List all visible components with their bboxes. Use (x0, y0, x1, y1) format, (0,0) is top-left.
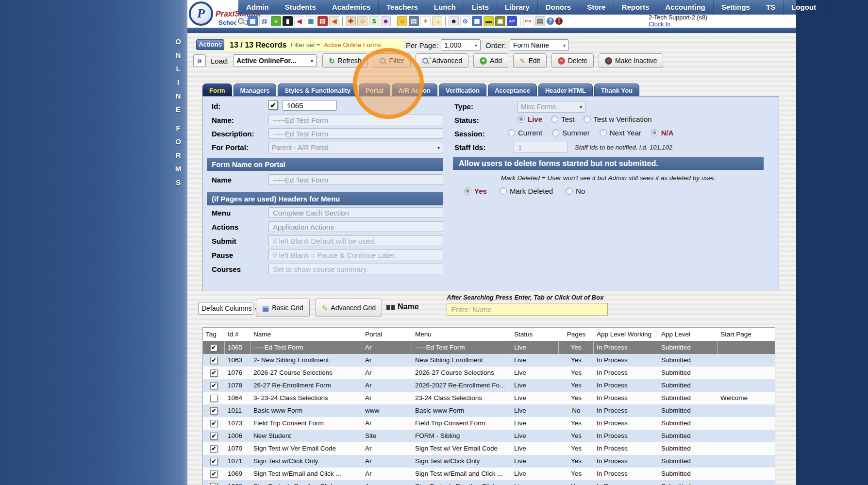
delete-radio-yes[interactable] (464, 187, 471, 195)
table-row-1011[interactable]: ✔1011Basic www FormwwwBasic www FormLive… (203, 404, 775, 417)
column-header-pages[interactable]: Pages (559, 328, 594, 341)
refresh-button[interactable]: ↻Refresh (322, 53, 368, 68)
tag-checkbox[interactable]: ✔ (210, 433, 217, 440)
field-courses-input[interactable]: Set to show course summary. (268, 264, 443, 274)
schedule-icon[interactable]: ▤ (317, 16, 328, 26)
column-header-app-level-working[interactable]: App Level Working (594, 328, 658, 341)
portal-name-input[interactable]: -----Ed Test Form (268, 174, 443, 185)
type-select[interactable]: Misc Forms▾ (517, 101, 585, 113)
actions-button[interactable]: Actions (196, 39, 224, 50)
calendar-icon[interactable]: ▦ (306, 16, 316, 26)
column-header-id[interactable]: Id # (225, 328, 250, 341)
filter-button[interactable]: Filter (373, 53, 411, 68)
name-input[interactable]: -----Ed Test Form (268, 115, 443, 125)
tag-checkbox[interactable]: ✔ (210, 407, 217, 415)
tag-checkbox[interactable]: ✔ (210, 458, 217, 465)
nav-item-admin[interactable]: Admin (238, 0, 277, 15)
praxischool-logo[interactable]: P (189, 1, 213, 26)
advanced-grid-button[interactable]: ✎ Advanced Grid (316, 299, 382, 317)
session-radio-current[interactable] (508, 129, 515, 136)
column-header-status[interactable]: Status (511, 328, 559, 341)
tab-header-html[interactable]: Header HTML (538, 84, 593, 97)
tab-verification[interactable]: Verification (439, 84, 486, 97)
mobile-icon[interactable]: ▮ (283, 16, 293, 26)
nav-item-store[interactable]: Store (579, 0, 614, 15)
nav-item-accounting[interactable]: Accounting (657, 0, 714, 15)
load-filter-select[interactable]: Active OnlineFor...▾ (233, 54, 317, 67)
ap-icon[interactable]: A/P (507, 16, 517, 26)
nav-item-academics[interactable]: Academics (324, 0, 379, 15)
credit-card-icon[interactable]: ▬ (484, 16, 494, 26)
tag-checkbox[interactable] (210, 395, 217, 402)
expand-panel-button[interactable]: » (193, 54, 206, 67)
table-row-1064[interactable]: 10643- 23-24 Class SelectionsAr23-24 Cla… (203, 392, 775, 404)
nav-item-donors[interactable]: Donors (538, 0, 580, 15)
table-row-1071[interactable]: ✔1071Sign Test w/Click OnlyArSign Test w… (203, 455, 775, 468)
for-portal-select[interactable]: Parent - A/R Portal▾ (268, 142, 443, 153)
description-input[interactable]: -----Ed Test Form (268, 128, 443, 139)
tab-acceptance[interactable]: Acceptance (488, 84, 537, 97)
tag-checkbox[interactable]: ✔ (210, 445, 217, 452)
sms-icon[interactable]: + (271, 16, 281, 26)
column-header-portal[interactable]: Portal (362, 328, 412, 341)
table-row-1076[interactable]: ✔10762026-27 Course SelectionsAr2026-27 … (203, 367, 775, 379)
status-radio-live[interactable] (517, 116, 525, 123)
table-row-1078[interactable]: ✔107826-27 Re-Enrollment FormAr2026-2027… (203, 379, 775, 392)
make-inactive-button[interactable]: Make Inactive (599, 53, 663, 68)
tab-managers[interactable]: Managers (234, 84, 277, 97)
field-pause-input[interactable]: If left Blank = Pause & Continue Later. (268, 250, 443, 260)
advanced-button[interactable]: +Advanced (416, 53, 468, 68)
tab-a-r-action[interactable]: A/R Action (392, 84, 437, 97)
session-radio-summer[interactable] (552, 129, 559, 136)
tab-styles-functionality[interactable]: Styles & Functionality (278, 84, 357, 97)
add-button[interactable]: +Add (473, 53, 508, 68)
nav-item-lunch[interactable]: Lunch (426, 0, 464, 15)
id-input[interactable] (283, 100, 337, 111)
session-radio-n-a[interactable] (651, 129, 658, 136)
order-select[interactable]: Form Name▾ (510, 39, 569, 51)
nav-item-reports[interactable]: Reports (614, 0, 658, 15)
modules-icon[interactable]: ▦ (248, 16, 258, 26)
nav-item-logout[interactable]: Logout (784, 0, 824, 15)
edit-button[interactable]: ✎Edit (513, 53, 547, 68)
health-icon[interactable]: ✚ (346, 16, 356, 26)
messages-out-icon[interactable]: → (432, 16, 442, 26)
pdf-icon[interactable]: PDF (523, 16, 534, 26)
name-search-input[interactable] (447, 303, 608, 316)
column-header-start-page[interactable]: Start Page (718, 328, 776, 341)
help-icon[interactable]: ? (547, 17, 554, 25)
tab-thank-you[interactable]: Thank You (594, 84, 639, 97)
payments-icon[interactable]: $ (369, 16, 379, 26)
tag-checkbox[interactable]: ✔ (210, 369, 217, 377)
status-radio-test-w-verification[interactable] (584, 116, 591, 123)
tab-form[interactable]: Form (202, 84, 232, 97)
basic-grid-button[interactable]: ▦ Basic Grid (256, 299, 310, 317)
print-icon[interactable]: ▤ (535, 16, 545, 26)
column-header-tag[interactable]: Tag (203, 328, 225, 341)
admin-user-icon[interactable]: ☻ (449, 16, 459, 26)
tag-checkbox[interactable]: ✔ (210, 470, 217, 478)
per-page-select[interactable]: 1,000▾ (441, 39, 481, 51)
table-row-1063[interactable]: ✔10632- New Sibling EnrollmentArNew Sibl… (203, 354, 775, 367)
tag-checkbox[interactable]: ✔ (210, 420, 217, 427)
nav-item-teachers[interactable]: Teachers (379, 0, 426, 15)
announcements-icon[interactable]: ◀ (329, 16, 339, 26)
calculator-icon[interactable]: ▦ (472, 16, 482, 26)
field-menu-input[interactable]: Complete Each Section (268, 207, 443, 218)
delete-radio-no[interactable] (566, 187, 573, 195)
field-actions-input[interactable]: Application Actions (268, 221, 443, 232)
nav-item-library[interactable]: Library (497, 0, 538, 15)
delete-radio-mark-deleted[interactable] (500, 187, 507, 195)
nav-item-ts[interactable]: TS (758, 0, 784, 15)
field-submit-input[interactable]: If left Blank Default will be used. (268, 235, 443, 246)
columns-select[interactable]: Default Columns▾ (198, 302, 253, 315)
system-alert-icon[interactable]: ! (555, 17, 563, 25)
families-icon[interactable]: ☻ (381, 16, 391, 26)
tag-checkbox[interactable]: ✔ (210, 357, 217, 364)
delete-button[interactable]: −Delete (551, 53, 594, 68)
email-icon[interactable]: @ (259, 16, 269, 26)
table-row-1068[interactable]: ✔1068Sign Test w/o Email or ClickArSign … (203, 480, 775, 485)
table-row-1073[interactable]: ✔1073Field Trip Consent FormArField Trip… (203, 417, 775, 430)
column-header-menu[interactable]: Menu (412, 328, 511, 341)
table-row-1070[interactable]: ✔1070Sign Test w/ Ver Email CodeArSign T… (203, 442, 775, 455)
